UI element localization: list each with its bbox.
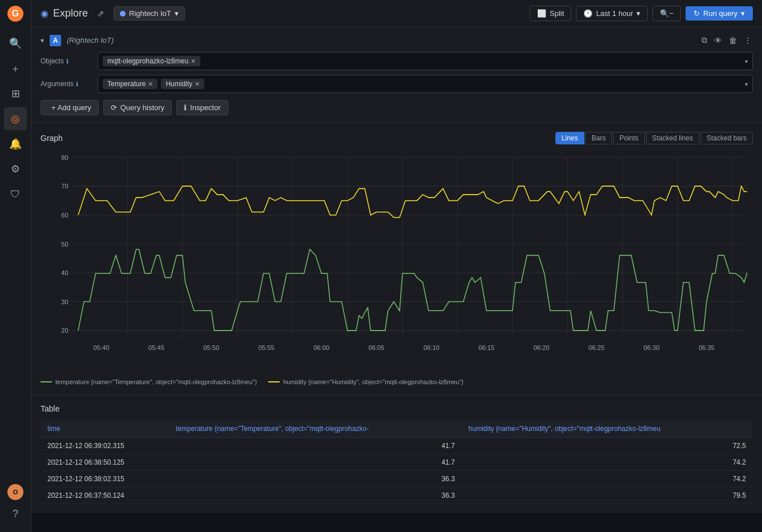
sidebar-item-explore[interactable]: ◎ [4,107,27,130]
history-icon: ⟳ [111,103,117,112]
inspector-button[interactable]: ℹ Inspector [176,100,228,115]
arguments-input[interactable]: Temperature ✕ Humidity ✕ ▾ [98,75,753,93]
view-btn-points[interactable]: Points [613,132,644,144]
sidebar-item-dashboards[interactable]: ⊞ [4,82,27,105]
datasource-selector[interactable]: Rightech IoT ▾ [114,6,185,21]
split-label: Split [550,9,564,18]
sidebar-item-settings[interactable]: ⚙ [4,158,27,180]
title-text: Explore [53,7,88,19]
object-tag-remove-0[interactable]: ✕ [191,58,196,65]
query-buttons: + Add query ⟳ Query history ℹ Inspector [41,100,753,115]
query-actions: ⧉ 👁 🗑 ⋮ [700,34,753,46]
query-letter: A [50,35,61,46]
arguments-dropdown-arrow[interactable]: ▾ [745,81,748,87]
cell-time-1: 2021-12-12 06:38:50.125 [41,454,169,471]
svg-text:40: 40 [61,269,68,276]
query-history-label: Query history [120,103,164,112]
object-tag-0: mqtt-olegprohazko-lz8meu ✕ [103,56,200,66]
table-row: 2021-12-12 06:39:02.315 41.7 72.5 [41,438,753,454]
svg-text:06:10: 06:10 [424,344,440,351]
sidebar-item-search[interactable]: 🔍 [4,32,27,55]
add-query-label: + Add query [51,103,91,112]
time-chevron: ▾ [636,9,640,18]
table-header-row: time temperature {name="Temperature", ob… [41,420,753,438]
view-btn-bars[interactable]: Bars [586,132,612,144]
graph-header: Graph Lines Bars Points Stacked lines St… [41,132,753,144]
query-eye-button[interactable]: 👁 [713,34,723,46]
svg-text:80: 80 [61,154,68,161]
query-datasource-name: (Rightech IoT) [67,36,114,45]
graph-view-buttons: Lines Bars Points Stacked lines Stacked … [555,132,753,144]
arguments-row: Arguments ℹ Temperature ✕ Humidity ✕ ▾ [41,75,753,93]
table-row: 2021-12-12 06:38:50.125 41.7 74.2 [41,454,753,471]
data-table: time temperature {name="Temperature", ob… [41,420,753,504]
datasource-chevron: ▾ [175,9,179,18]
query-copy-button[interactable]: ⧉ [700,34,708,46]
objects-info-icon[interactable]: ℹ [66,58,68,65]
grafana-logo[interactable]: G [6,5,25,23]
objects-input[interactable]: mqtt-olegprohazko-lz8meu ✕ ▾ [98,52,753,70]
cell-humidity-0: 72.5 [462,438,753,454]
avatar[interactable]: O [7,484,23,500]
legend-temperature-line [41,381,52,382]
arguments-label: Arguments ℹ [41,80,92,88]
argument-tag-humidity: Humidity ✕ [161,79,204,89]
split-button[interactable]: ⬜ Split [530,6,571,21]
share-button[interactable]: ⇗ [95,6,107,21]
legend-humidity-line [268,381,280,382]
table-row: 2021-12-12 06:38:02.315 36.3 74.2 [41,471,753,487]
query-panel: ▾ A (Rightech IoT) ⧉ 👁 🗑 ⋮ Objects ℹ [31,27,762,123]
zoom-out-button[interactable]: 🔍− [652,6,681,21]
svg-text:20: 20 [61,327,68,334]
col-header-temperature: temperature {name="Temperature", object=… [169,420,462,438]
arguments-info-icon[interactable]: ℹ [76,80,78,88]
arg-tag-remove-humidity[interactable]: ✕ [195,80,200,88]
query-more-button[interactable]: ⋮ [743,34,753,46]
topbar: ◉ Explore ⇗ Rightech IoT ▾ ⬜ Split 🕐 Las… [31,0,762,27]
clock-icon: 🕐 [583,9,592,18]
svg-text:06:25: 06:25 [588,344,604,351]
query-history-button[interactable]: ⟳ Query history [103,100,172,115]
table-body: 2021-12-12 06:39:02.315 41.7 72.5 2021-1… [41,438,753,504]
main-content: ◉ Explore ⇗ Rightech IoT ▾ ⬜ Split 🕐 Las… [31,0,762,532]
sidebar-item-new[interactable]: ＋ [4,57,27,80]
cell-humidity-1: 74.2 [462,454,753,471]
time-range-button[interactable]: 🕐 Last 1 hour ▾ [576,6,648,21]
collapse-button[interactable]: ▾ [41,37,44,45]
cell-time-3: 2021-12-12 06:37:50.124 [41,487,169,504]
cell-humidity-2: 74.2 [462,471,753,487]
cell-time-0: 2021-12-12 06:39:02.315 [41,438,169,454]
topbar-actions: ⬜ Split 🕐 Last 1 hour ▾ 🔍− ↻ Run query ▾ [530,6,753,21]
ds-indicator [120,11,126,17]
view-btn-lines[interactable]: Lines [555,132,584,144]
add-query-button[interactable]: + Add query [41,100,99,115]
cell-temperature-2: 36.3 [169,471,462,487]
table-panel: Table time temperature {name="Temperatur… [31,395,762,513]
svg-text:05:50: 05:50 [203,344,219,351]
refresh-icon: ↻ [694,9,700,18]
argument-tag-temperature: Temperature ✕ [103,79,158,89]
graph-container: 80 70 60 50 40 30 20 05:40 05:45 05:50 0… [41,151,753,374]
arg-tag-remove-temperature[interactable]: ✕ [148,80,153,88]
col-header-humidity: humidity {name="Humidity", object="mqtt-… [462,420,753,438]
query-header: ▾ A (Rightech IoT) ⧉ 👁 🗑 ⋮ [41,34,753,46]
query-delete-button[interactable]: 🗑 [728,34,738,46]
datasource-name: Rightech IoT [129,9,171,18]
sidebar-item-alerting[interactable]: 🔔 [4,132,27,155]
inspector-label: Inspector [190,103,220,112]
objects-dropdown-arrow[interactable]: ▾ [745,58,748,65]
sidebar-item-help[interactable]: ? [4,502,27,525]
svg-text:06:15: 06:15 [478,344,494,351]
legend-temperature-label: temperature {name="Temperature", object=… [55,378,257,385]
cell-temperature-1: 41.7 [169,454,462,471]
sidebar-item-shield[interactable]: 🛡 [4,183,27,205]
svg-text:G: G [12,9,19,18]
view-btn-stacked-lines[interactable]: Stacked lines [646,132,699,144]
content-area: ▾ A (Rightech IoT) ⧉ 👁 🗑 ⋮ Objects ℹ [31,27,762,532]
view-btn-stacked-bars[interactable]: Stacked bars [700,132,753,144]
info-icon: ℹ [184,103,187,112]
run-query-button[interactable]: ↻ Run query ▾ [686,6,753,21]
svg-text:06:00: 06:00 [313,344,329,351]
page-title: ◉ Explore [41,7,88,19]
svg-text:50: 50 [61,240,68,247]
